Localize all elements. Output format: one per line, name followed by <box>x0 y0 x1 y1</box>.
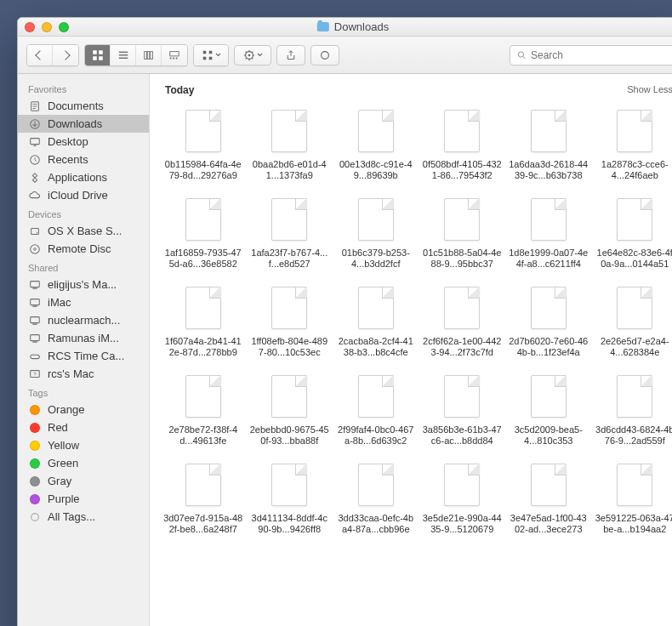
sidebar-item-downloads[interactable]: Downloads <box>18 115 149 133</box>
sidebar-item-remote-disc[interactable]: Remote Disc <box>18 240 149 258</box>
search-box[interactable] <box>510 45 672 65</box>
sidebar-item-applications[interactable]: Applications <box>18 168 149 186</box>
file-item[interactable]: 2d7b6020-7e60-464b-b...1f23ef4a <box>507 280 590 361</box>
file-item[interactable]: 01b6c379-b253-4...b3dd2fcf <box>334 191 418 273</box>
maximize-button[interactable] <box>59 22 69 32</box>
sidebar-icon <box>28 333 42 344</box>
file-icon <box>265 195 314 244</box>
sidebar-item-all-tags[interactable]: All Tags... <box>18 508 149 526</box>
file-item[interactable]: 1f607a4a-2b41-412e-87d...278bb9 <box>162 280 245 361</box>
file-item[interactable]: 3e591225-063a-47be-a...b194aa2 <box>594 457 673 538</box>
file-item[interactable]: 2ebebbd0-9675-450f-93...bba88f <box>248 368 332 450</box>
sidebar-item-yellow[interactable]: Yellow <box>18 436 149 454</box>
sidebar-item-documents[interactable]: Documents <box>18 97 149 115</box>
list-view-button[interactable] <box>111 45 136 65</box>
svg-rect-11 <box>170 57 172 59</box>
share-button[interactable] <box>276 45 305 65</box>
sidebar-item-label: Orange <box>48 403 84 416</box>
file-item[interactable]: 1afa23f7-b767-4...f...e8d527 <box>248 191 332 273</box>
file-grid: 0b115984-64fa-4e79-8d...29276a90baa2bd6-… <box>162 103 672 538</box>
sidebar-item-purple[interactable]: Purple <box>18 490 149 508</box>
sidebar-item-os-x-base-s[interactable]: OS X Base S... <box>18 222 149 240</box>
sidebar-item-ramunas-im[interactable]: Ramunas iM... <box>18 329 149 347</box>
svg-rect-30 <box>31 281 40 287</box>
show-less-button[interactable]: Show Less <box>627 84 672 96</box>
search-input[interactable] <box>531 49 672 61</box>
sidebar-item-gray[interactable]: Gray <box>18 472 149 490</box>
sidebar-item-imac[interactable]: iMac <box>18 293 149 311</box>
file-item[interactable]: 3d6cdd43-6824-4b76-9...2ad559f <box>594 368 673 450</box>
file-name: 1ff08efb-804e-4897-80...10c53ec <box>250 336 330 358</box>
sidebar-icon <box>28 100 42 112</box>
svg-rect-24 <box>31 138 40 144</box>
file-item[interactable]: 0b115984-64fa-4e79-8d...29276a9 <box>162 103 245 185</box>
file-item[interactable]: 1a6daa3d-2618-4439-9c...b63b738 <box>507 103 590 185</box>
svg-rect-16 <box>202 56 206 60</box>
sidebar-item-desktop[interactable]: Desktop <box>18 133 149 151</box>
file-item[interactable]: 3a856b3e-61b3-47c6-ac...b8dd84 <box>421 368 504 450</box>
action-button[interactable] <box>234 45 271 65</box>
title-text: Downloads <box>334 20 389 33</box>
arrange-button[interactable] <box>194 45 228 65</box>
file-item[interactable]: 2e26e5d7-e2a4-4...628384e <box>594 280 673 361</box>
file-item[interactable]: 3d07ee7d-915a-482f-be8...6a248f7 <box>162 457 245 538</box>
file-name: 1f607a4a-2b41-412e-87d...278bb9 <box>163 336 243 358</box>
titlebar[interactable]: Downloads <box>18 18 672 37</box>
file-name: 3a856b3e-61b3-47c6-ac...b8dd84 <box>423 424 503 447</box>
file-icon <box>524 460 573 509</box>
file-item[interactable]: 3e47e5ad-1f00-4302-ad...3ece273 <box>507 457 590 538</box>
sidebar-item-icloud-drive[interactable]: iCloud Drive <box>18 186 149 204</box>
file-icon <box>610 460 659 509</box>
sidebar-item-nuclearmach[interactable]: nuclearmach... <box>18 311 149 329</box>
file-item[interactable]: 01c51b88-5a04-4e88-9...95bbc37 <box>421 191 504 273</box>
file-item[interactable]: 3dd33caa-0efc-4ba4-87a...cbb96e <box>334 457 418 538</box>
sidebar-icon <box>28 350 42 362</box>
sidebar: FavoritesDocumentsDownloadsDesktopRecent… <box>18 74 150 626</box>
file-item[interactable]: 1a2878c3-cce6-4...24f6aeb <box>594 103 673 185</box>
icon-view-button[interactable] <box>85 45 111 65</box>
sidebar-section-header: Shared <box>18 258 149 276</box>
file-item[interactable]: 1af16859-7935-475d-a6...36e8582 <box>162 191 245 273</box>
svg-rect-33 <box>32 305 37 306</box>
file-name: 2e78be72-f38f-4d...49613fe <box>163 424 243 447</box>
file-icon <box>610 372 659 421</box>
file-icon <box>265 372 314 421</box>
file-item[interactable]: 0f508bdf-4105-4321-86...79543f2 <box>421 103 504 185</box>
sidebar-item-label: All Tags... <box>48 510 95 523</box>
file-item[interactable]: 1d8e1999-0a07-4e4f-a8...c6211ff4 <box>507 191 590 273</box>
gallery-view-button[interactable] <box>162 45 187 65</box>
back-button[interactable] <box>27 45 53 65</box>
sidebar-icon <box>28 154 42 166</box>
column-view-button[interactable] <box>136 45 162 65</box>
file-item[interactable]: 2e78be72-f38f-4d...49613fe <box>162 368 245 450</box>
file-item[interactable]: 1ff08efb-804e-4897-80...10c53ec <box>248 280 332 361</box>
sidebar-item-rcs-time-ca[interactable]: RCS Time Ca... <box>18 347 149 365</box>
file-name: 2ebebbd0-9675-450f-93...bba88f <box>250 424 330 447</box>
file-item[interactable]: 1e64e82c-83e6-4f0a-9a...0144a51 <box>594 191 673 273</box>
traffic-lights <box>25 22 69 32</box>
close-button[interactable] <box>25 22 35 32</box>
file-item[interactable]: 00e13d8c-c91e-49...89639b <box>334 103 418 185</box>
file-item[interactable]: 3d411134-8ddf-4c90-9b...9426ff8 <box>248 457 332 538</box>
sidebar-item-label: Ramunas iM... <box>48 332 119 344</box>
sidebar-item-orange[interactable]: Orange <box>18 401 149 418</box>
tags-button[interactable] <box>310 45 339 65</box>
svg-point-28 <box>31 244 40 253</box>
sidebar-item-red[interactable]: Red <box>18 418 149 436</box>
minimize-button[interactable] <box>42 22 52 32</box>
svg-rect-37 <box>32 341 37 342</box>
file-item[interactable]: 3e5de21e-990a-4435-9...5120679 <box>421 457 504 538</box>
sidebar-item-label: Gray <box>48 475 71 487</box>
file-item[interactable]: 2cf6f62a-1e00-4423-94...2f73c7fd <box>421 280 504 361</box>
file-item[interactable]: 3c5d2009-bea5-4...810c353 <box>507 368 590 450</box>
file-item[interactable]: 2cacba8a-2cf4-4138-b3...b8c4cfe <box>334 280 418 361</box>
forward-button[interactable] <box>53 45 78 65</box>
sidebar-item-rcs-s-mac[interactable]: ?rcs's Mac <box>18 365 149 383</box>
svg-rect-9 <box>150 51 152 59</box>
file-item[interactable]: 0baa2bd6-e01d-41...1373fa9 <box>248 103 332 185</box>
file-item[interactable]: 2f99faf4-0bc0-467a-8b...6d639c2 <box>334 368 418 450</box>
sidebar-item-recents[interactable]: Recents <box>18 151 149 168</box>
sidebar-item-green[interactable]: Green <box>18 454 149 472</box>
sidebar-item-eligijus-s-ma[interactable]: eligijus's Ma... <box>18 276 149 293</box>
toolbar <box>18 37 672 74</box>
